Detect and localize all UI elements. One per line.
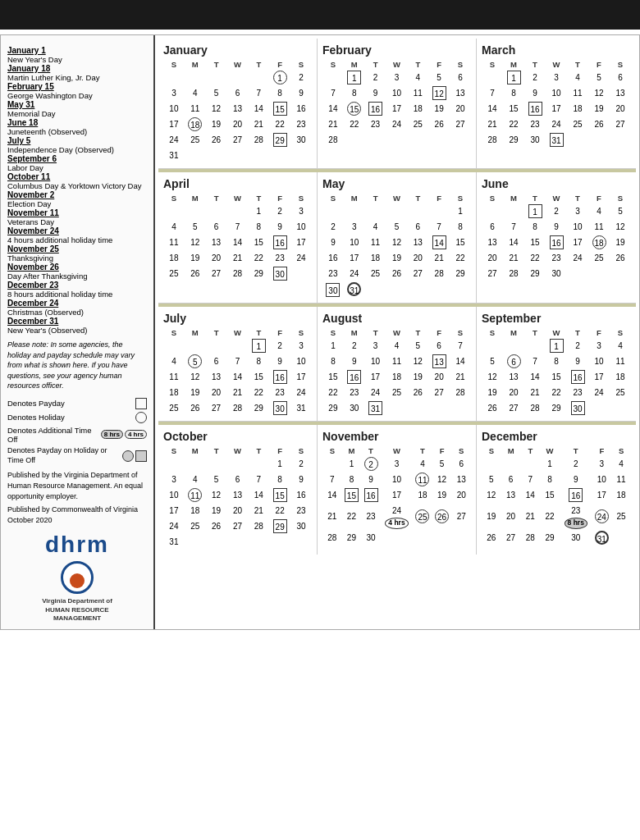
calendar-day: 29 [322,400,344,416]
calendar-day: 12 [482,487,501,503]
calendar-day: 7 [524,354,546,369]
calendar-day: 3 [381,456,413,472]
calendar-day: 4 [386,338,408,354]
calendar-day [450,281,471,298]
calendar-day: 6 [610,70,631,85]
calendar-day [185,338,206,354]
calendar-day: 5 [206,472,227,487]
calendar-day [290,266,312,281]
calendar-day: 1 [248,338,269,354]
calendar-day: 11 [185,487,206,503]
month-title: August [322,312,471,325]
calendar-day: 27 [450,116,471,132]
calendar-day: 1 [546,338,567,354]
calendar-day: 11 [413,472,432,487]
calendar-day [482,338,503,354]
calendar-may: MaySMTWTFS123456789101112131415161718192… [318,172,477,304]
calendar-day: 21 [248,116,269,132]
calendar-day: 16 [361,487,381,503]
calendar-day: 10 [381,472,413,487]
calendar-day: 10 [290,354,312,369]
month-title: March [482,43,631,57]
calendar-day: 10 [588,354,610,369]
calendar-day: 14 [322,487,342,503]
legend: Denotes Payday Denotes Holiday Denotes A… [7,398,147,465]
calendar-day: 26 [206,518,227,534]
calendar-day: 9 [365,85,386,101]
calendar-day: 15 [546,369,567,385]
calendar-day: 13 [610,85,631,101]
calendar-day [227,203,249,219]
calendar-day: 23 [365,116,386,132]
legend-payday-holiday-label: Denotes Payday on Holiday or Time Off [7,446,121,465]
calendar-day: 15 [269,101,290,116]
calendar-day: 27 [428,385,450,400]
calendar-day: 4 [185,472,206,487]
calendar-day [185,203,206,219]
calendar-day [501,456,521,472]
calendar-day: 6 [451,456,471,472]
calendar-day: 14 [248,487,269,503]
calendar-day: 3 [386,70,408,85]
calendar-day: 11 [185,101,206,116]
calendar-day: 27 [610,116,631,132]
calendar-day: 29 [524,266,546,281]
calendar-day: 9 [361,472,381,487]
calendars-container: JanuarySMTWTFS12345678910111213141516171… [155,35,639,629]
calendar-day: 7 [450,338,471,354]
calendar-day: 30 [290,518,312,534]
calendar-day: 14 [482,101,503,116]
calendar-day: 16 [269,369,290,385]
calendar-day: 2 [361,456,381,472]
calendar-day: 31 [163,534,185,550]
holiday-nov2: November 2Election Day [7,190,147,208]
calendar-day [206,148,227,163]
calendar-day: 31 [365,400,386,416]
calendar-day [386,132,408,148]
calendar-day: 8 [248,354,269,369]
calendar-day [503,203,524,219]
holiday-jan1: January 1New Year's Day [7,46,147,64]
calendar-day [386,203,408,219]
calendar-day: 21 [227,385,249,400]
calendar-day: 20 [610,101,631,116]
holiday-may31: May 31Memorial Day [7,100,147,118]
calendar-day: 30 [546,266,567,281]
calendar-day: 28 [322,530,342,546]
calendar-july: JulySMTWTFS12345678910111213141516171819… [158,307,318,422]
calendar-march: MarchSMTWTFS1234567891011121314151617181… [477,39,636,169]
calendar-day [520,456,540,472]
calendar-day: 10 [567,219,588,235]
calendar-day: 11 [407,85,428,101]
calendar-day: 22 [248,250,269,266]
calendar-day: 24 [592,503,611,530]
calendar-day: 7 [520,472,540,487]
calendar-day: 22 [546,385,567,400]
calendar-day: 10 [365,354,386,369]
calendar-day: 23 [546,250,567,266]
calendar-day: 20 [206,385,227,400]
calendar-day: 11 [567,85,588,101]
calendar-day: 27 [501,530,521,546]
calendar-day: 25 [163,400,185,416]
calendar-day: 3 [290,203,312,219]
calendar-day: 25 [185,518,206,534]
calendar-day: 21 [227,250,249,266]
calendar-day: 8 [342,472,362,487]
calendar-day: 26 [428,116,450,132]
calendar-day: 14 [503,235,524,250]
calendar-day [524,338,546,354]
calendar-day: 17 [290,235,312,250]
month-title: February [322,43,471,57]
calendar-day: 23 [567,385,588,400]
calendar-day: 30 [567,400,588,416]
calendar-day: 8 [344,85,365,101]
calendar-day: 19 [432,487,452,503]
calendar-day: 24 [546,116,567,132]
calendar-day: 3 [344,219,365,235]
calendar-day: 15 [344,101,365,116]
calendar-september: SeptemberSMTWTFS123456789101112131415161… [477,307,636,422]
calendar-day: 7 [428,219,450,235]
calendar-day: 18 [386,369,408,385]
calendar-day: 15 [342,487,362,503]
